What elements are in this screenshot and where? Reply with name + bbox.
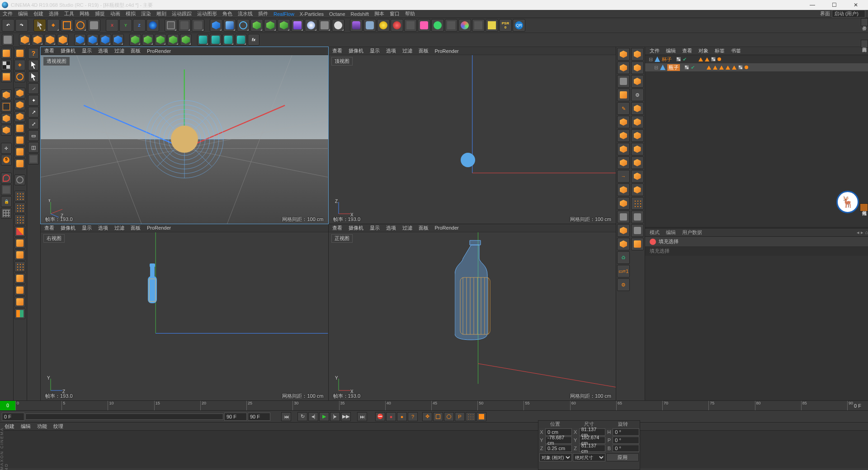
rc[interactable]: →	[617, 170, 630, 183]
texture-mode[interactable]	[1, 71, 12, 82]
rc[interactable]	[631, 156, 644, 169]
tc3[interactable]: ⟋	[28, 83, 39, 94]
environment[interactable]	[305, 19, 317, 32]
plugin-icon[interactable]	[486, 19, 498, 32]
loop-button[interactable]: ↻	[297, 412, 307, 421]
render-settings[interactable]	[192, 19, 204, 32]
spline-arc[interactable]	[237, 19, 250, 32]
viewport-solo[interactable]: S	[1, 155, 12, 165]
tc2[interactable]	[14, 135, 25, 146]
light[interactable]	[332, 19, 344, 32]
tb2[interactable]	[32, 34, 43, 46]
plugin-icon[interactable]	[418, 19, 430, 32]
tc2[interactable]	[14, 273, 25, 284]
tc3[interactable]: ✦	[28, 95, 39, 106]
menu-item[interactable]: 角色	[222, 10, 232, 17]
menu-item[interactable]: 动画	[110, 10, 120, 17]
menu-item[interactable]: 文件	[3, 10, 13, 17]
tc2[interactable]	[14, 88, 25, 99]
menu-item[interactable]: 网格	[80, 10, 90, 17]
workplane[interactable]	[1, 184, 12, 195]
tc2[interactable]	[14, 99, 25, 110]
snap-toggle[interactable]	[1, 173, 12, 183]
menu-item[interactable]: 流水线	[238, 10, 253, 17]
next-key-button[interactable]: |▸	[330, 412, 340, 421]
render-pv[interactable]	[178, 19, 191, 32]
tc2[interactable]	[14, 158, 25, 169]
tb2[interactable]	[112, 34, 124, 46]
vtab[interactable]: 内容浏览器	[861, 40, 868, 48]
model-mode[interactable]	[1, 60, 12, 70]
rc[interactable]	[631, 197, 644, 210]
tb2[interactable]	[210, 34, 222, 46]
primitive-cube[interactable]	[210, 19, 222, 32]
pla-key[interactable]	[466, 412, 476, 421]
key-button[interactable]: ●	[397, 412, 407, 421]
rc[interactable]	[617, 89, 630, 101]
tb2[interactable]	[142, 34, 154, 46]
tb2[interactable]	[74, 34, 86, 46]
tb2-fx[interactable]: fx	[248, 34, 259, 46]
rc[interactable]	[617, 224, 630, 237]
recycle-icon[interactable]: ♻	[617, 251, 630, 264]
gear-icon[interactable]: ⚙	[631, 89, 644, 101]
vtab[interactable]: 参考	[861, 18, 868, 26]
history-button[interactable]	[2, 34, 14, 46]
rc[interactable]	[631, 116, 644, 128]
rc[interactable]	[617, 156, 630, 169]
menu-item[interactable]: 雕刻	[156, 10, 166, 17]
menu-plugin-redshift[interactable]: Redshift	[351, 11, 369, 17]
coord-system[interactable]	[146, 19, 159, 32]
apply-button[interactable]: 应用	[606, 453, 639, 461]
frame-end[interactable]: 90 F	[248, 413, 270, 421]
tc3[interactable]: ↗	[28, 107, 39, 118]
rc[interactable]	[631, 211, 644, 223]
tc3[interactable]	[28, 154, 39, 164]
tc2[interactable]	[14, 249, 25, 260]
tc2[interactable]	[14, 146, 25, 157]
rc[interactable]	[617, 116, 630, 128]
axis-mode[interactable]: ⊹	[1, 143, 12, 154]
scale-key[interactable]	[433, 412, 443, 421]
rc[interactable]	[617, 197, 630, 210]
plugin-icon[interactable]	[431, 19, 444, 32]
rot-key[interactable]	[444, 412, 454, 421]
timeline-start-marker[interactable]: 0	[0, 401, 15, 410]
tb2[interactable]	[167, 34, 179, 46]
plugin-icon[interactable]	[458, 19, 471, 32]
grid-icon[interactable]	[1, 208, 12, 219]
close-button[interactable]: ✕	[849, 2, 863, 8]
plugin-icon[interactable]	[377, 19, 390, 32]
rc[interactable]	[631, 129, 644, 142]
tc2[interactable]	[14, 174, 25, 185]
menu-item[interactable]: 运动跟踪	[172, 10, 192, 17]
generator-subdivide[interactable]	[250, 19, 263, 32]
rc[interactable]	[631, 170, 644, 183]
frame-current[interactable]: 0 F	[2, 413, 24, 421]
menu-plugin-xparticles[interactable]: X-Particles	[300, 11, 324, 17]
tc2[interactable]	[14, 111, 25, 122]
viewport-perspective[interactable]: 查看摄像机显示选项过滤面板ProRender 透视视图	[41, 47, 328, 224]
camera[interactable]	[318, 19, 331, 32]
rc[interactable]	[631, 102, 644, 115]
rc[interactable]	[617, 183, 630, 196]
rc[interactable]	[631, 48, 644, 61]
move-tool[interactable]: ✥	[47, 19, 60, 32]
lock-icon[interactable]: 🔒	[1, 196, 12, 207]
tc2[interactable]	[14, 238, 25, 249]
opt-key[interactable]	[476, 412, 486, 421]
menu-item[interactable]: 选择	[49, 10, 59, 17]
tc3[interactable]	[28, 71, 39, 82]
keyopt-button[interactable]: ?	[408, 412, 418, 421]
plugin-icon[interactable]	[404, 19, 417, 32]
plugin-icon[interactable]	[445, 19, 458, 32]
plugin-icon[interactable]	[363, 19, 376, 32]
menu-item[interactable]: 脚本	[374, 10, 384, 17]
tc3[interactable]: ⤢	[28, 118, 39, 129]
menu-plugin-octane[interactable]: Octane	[329, 11, 345, 17]
menu-item[interactable]: 工具	[64, 10, 74, 17]
tb2[interactable]	[222, 34, 234, 46]
play-button[interactable]: ▶	[319, 412, 329, 421]
tb2[interactable]	[180, 34, 192, 46]
rc[interactable]	[631, 238, 644, 250]
